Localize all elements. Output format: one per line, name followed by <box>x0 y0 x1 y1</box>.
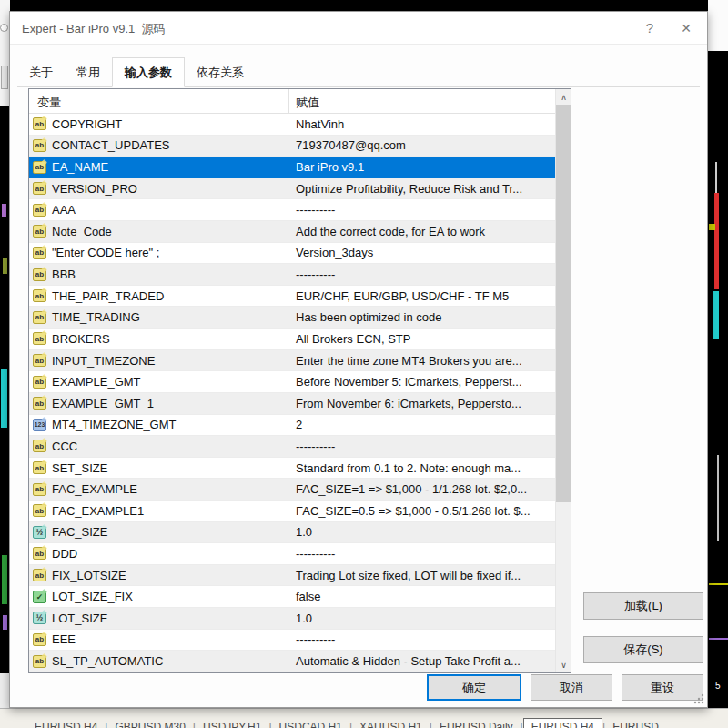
chart-tab[interactable]: USDCAD,H1 <box>272 719 349 728</box>
param-value[interactable]: Trading Lot size fixed, LOT will be fixe… <box>288 569 555 582</box>
param-value[interactable]: ---------- <box>288 268 555 281</box>
param-row[interactable]: abBROKERSAll Brokers ECN, STP <box>29 329 555 350</box>
param-name-cell[interactable]: ✓LOT_SIZE_FIX <box>29 586 288 607</box>
param-value[interactable]: 2 <box>288 418 555 431</box>
param-value[interactable]: 1.0 <box>288 612 555 625</box>
param-name-cell[interactable]: abFIX_LOTSIZE <box>29 565 288 586</box>
param-name-cell[interactable]: ½LOT_SIZE <box>29 608 288 629</box>
param-value[interactable]: 1.0 <box>288 525 555 539</box>
param-name-cell[interactable]: abEEE <box>29 630 288 651</box>
param-row[interactable]: abEXAMPLE_GMT_1From November 6: iCmarket… <box>29 393 555 415</box>
param-value[interactable]: ---------- <box>288 203 555 217</box>
param-row[interactable]: ab"Enter CODE here" ;Version_3days <box>29 243 555 265</box>
save-button[interactable]: 保存(S) <box>583 636 703 663</box>
param-name-cell[interactable]: abAAA <box>29 199 288 220</box>
param-value[interactable]: EUR/CHF, EUR/GBP, USD/CHF - TF M5 <box>288 289 555 303</box>
param-row[interactable]: ½FAC_SIZE1.0 <box>29 522 555 544</box>
param-value[interactable]: FAC_SIZE=0.5 => $1,000 - 0.5/1.268 lot. … <box>288 504 555 518</box>
param-row[interactable]: abFAC_EXAMPLE1FAC_SIZE=0.5 => $1,000 - 0… <box>29 500 555 522</box>
param-row[interactable]: 123MT4_TIMEZONE_GMT2 <box>29 415 555 437</box>
param-row[interactable]: abBBB---------- <box>29 264 555 286</box>
resize-grip[interactable] <box>693 693 704 704</box>
reset-button[interactable]: 重设 <box>622 674 703 701</box>
param-name-cell[interactable]: abVERSION_PRO <box>29 178 288 199</box>
param-row[interactable]: abEEE---------- <box>29 630 555 652</box>
vertical-scrollbar[interactable]: ∧ ∨ <box>555 89 571 672</box>
chart-tab[interactable]: EURUSD,H4 <box>27 719 105 728</box>
param-row[interactable]: ✓LOT_SIZE_FIXfalse <box>29 586 555 608</box>
param-name-cell[interactable]: abEXAMPLE_GMT <box>29 371 288 392</box>
chart-tab[interactable]: EURUSD,Daily <box>432 719 521 728</box>
param-name-cell[interactable]: 123MT4_TIMEZONE_GMT <box>29 415 288 436</box>
param-row[interactable]: abTHE_PAIR_TRADEDEUR/CHF, EUR/GBP, USD/C… <box>29 286 555 308</box>
param-value[interactable]: 719370487@qq.com <box>288 138 555 152</box>
param-value[interactable]: ---------- <box>288 440 555 453</box>
param-row[interactable]: abFAC_EXAMPLEFAC_SIZE=1 => $1,000 - 1/1.… <box>29 479 555 500</box>
param-name-cell[interactable]: abBROKERS <box>29 329 288 349</box>
tab-1[interactable]: 常用 <box>65 60 112 86</box>
chart-tab[interactable]: GBPUSD,M30 <box>107 719 192 728</box>
cancel-button[interactable]: 取消 <box>531 674 612 701</box>
param-value[interactable]: From November 6: iCmarkets, Peppersto... <box>288 397 555 410</box>
param-name-cell[interactable]: abSET_SIZE <box>29 458 288 479</box>
tab-3[interactable]: 依存关系 <box>185 60 256 86</box>
param-value[interactable]: Optimize Profitability, Reduce Risk and … <box>288 182 555 196</box>
param-name-cell[interactable]: abTIME_TRADING <box>29 307 288 328</box>
param-row[interactable]: abCCC---------- <box>29 436 555 458</box>
param-name-cell[interactable]: abINPUT_TIMEZONE <box>29 350 288 371</box>
chart-tab[interactable]: USDJPY,H1 <box>196 719 268 728</box>
param-name-cell[interactable]: abFAC_EXAMPLE1 <box>29 500 288 521</box>
param-name-cell[interactable]: ½FAC_SIZE <box>29 522 288 543</box>
param-row[interactable]: abCOPYRIGHTNhatVinh <box>29 114 555 136</box>
param-value[interactable]: Standard from 0.1 to 2. Note: enough ma.… <box>288 461 555 475</box>
param-name-cell[interactable]: ab"Enter CODE here" ; <box>29 243 288 264</box>
param-name-cell[interactable]: abEXAMPLE_GMT_1 <box>29 393 288 414</box>
param-value[interactable]: Before November 5: iCmarkets, Pepperst..… <box>288 375 555 389</box>
scroll-down-arrow-icon[interactable]: ∨ <box>556 657 571 672</box>
param-value[interactable]: FAC_SIZE=1 => $1,000 - 1/1.268 lot. $2,0… <box>288 482 555 496</box>
param-value[interactable]: Add the correct code, for EA to work <box>288 225 555 238</box>
param-name-cell[interactable]: abCONTACT_UPDATES <box>29 136 288 157</box>
ok-button[interactable]: 确定 <box>427 674 521 701</box>
scroll-up-arrow-icon[interactable]: ∧ <box>556 89 571 105</box>
param-name-cell[interactable]: abCOPYRIGHT <box>29 114 288 135</box>
param-row[interactable]: ½LOT_SIZE1.0 <box>29 608 555 630</box>
param-value[interactable]: NhatVinh <box>288 117 555 131</box>
param-row[interactable]: abSL_TP_AUTOMATICAutomatic & Hidden - Se… <box>29 651 555 672</box>
param-value[interactable]: ---------- <box>288 632 555 646</box>
param-row[interactable]: abNote_CodeAdd the correct code, for EA … <box>29 221 555 243</box>
param-name-cell[interactable]: abTHE_PAIR_TRADED <box>29 286 288 307</box>
column-divider[interactable] <box>288 89 289 114</box>
help-button[interactable]: ? <box>634 17 665 39</box>
scrollbar-thumb[interactable] <box>556 105 571 502</box>
param-row[interactable]: abAAA---------- <box>29 199 555 221</box>
param-row[interactable]: abINPUT_TIMEZONEEnter the time zone MT4 … <box>29 350 555 372</box>
chart-tab[interactable]: EURUSD <box>605 719 666 728</box>
param-value[interactable]: All Brokers ECN, STP <box>288 332 555 346</box>
param-row[interactable]: abFIX_LOTSIZETrading Lot size fixed, LOT… <box>29 565 555 587</box>
param-row[interactable]: abVERSION_PROOptimize Profitability, Red… <box>29 178 555 200</box>
param-name-cell[interactable]: abCCC <box>29 436 288 457</box>
param-row[interactable]: abCONTACT_UPDATES719370487@qq.com <box>29 136 555 157</box>
param-value[interactable]: Has been optimized in code <box>288 310 555 324</box>
param-value[interactable]: Enter the time zone MT4 Brokers you are.… <box>288 354 555 368</box>
param-row[interactable]: abTIME_TRADINGHas been optimized in code <box>29 307 555 329</box>
dialog-titlebar[interactable]: Expert - Bar iPro v9.1_源码 ? ✕ <box>10 12 707 45</box>
param-value[interactable]: Automatic & Hidden - Setup Take Profit a… <box>288 654 555 668</box>
chart-tab[interactable]: XAUUSD,H1 <box>352 719 430 728</box>
param-name-cell[interactable]: abFAC_EXAMPLE <box>29 479 288 500</box>
tab-0[interactable]: 关于 <box>17 60 65 86</box>
load-button[interactable]: 加载(L) <box>583 592 703 620</box>
param-name-cell[interactable]: abNote_Code <box>29 221 288 242</box>
param-name-cell[interactable]: abBBB <box>29 264 288 285</box>
param-value[interactable]: Version_3days <box>288 246 555 259</box>
param-row[interactable]: abEXAMPLE_GMTBefore November 5: iCmarket… <box>29 371 555 393</box>
param-name-cell[interactable]: abEA_NAME <box>29 157 288 177</box>
param-value[interactable]: false <box>288 590 555 603</box>
param-name-cell[interactable]: abDDD <box>29 543 288 564</box>
param-row[interactable]: abEA_NAMEBar iPro v9.1 <box>29 157 555 178</box>
chart-tab[interactable]: EURUSD,H4 <box>523 718 602 728</box>
param-name-cell[interactable]: abSL_TP_AUTOMATIC <box>29 651 288 672</box>
param-value[interactable]: ---------- <box>288 547 555 561</box>
param-row[interactable]: abSET_SIZEStandard from 0.1 to 2. Note: … <box>29 458 555 480</box>
